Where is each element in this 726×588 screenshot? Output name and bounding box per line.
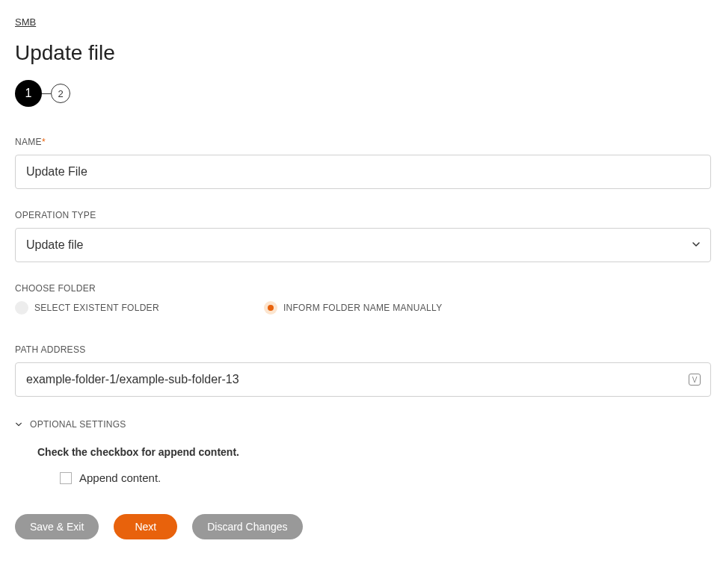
radio-dot	[268, 305, 274, 311]
operation-type-group: OPERATION TYPE Update file	[15, 210, 711, 262]
choose-folder-label: CHOOSE FOLDER	[15, 283, 711, 294]
radio-circle-selected	[264, 301, 277, 315]
append-checkbox-row: Append content.	[37, 471, 711, 484]
name-label-text: NAME	[15, 137, 42, 147]
stepper: 1 2	[15, 80, 711, 107]
step-1[interactable]: 1	[15, 80, 42, 107]
radio-inform-manually[interactable]: INFORM FOLDER NAME MANUALLY	[264, 301, 443, 315]
choose-folder-group: CHOOSE FOLDER SELECT EXISTENT FOLDER INF…	[15, 283, 711, 315]
breadcrumb-link[interactable]: SMB	[15, 16, 36, 28]
choose-folder-radio-group: SELECT EXISTENT FOLDER INFORM FOLDER NAM…	[15, 301, 711, 315]
chevron-down-icon	[15, 418, 22, 431]
operation-type-select[interactable]: Update file	[15, 228, 711, 262]
optional-content: Check the checkbox for append content. A…	[15, 446, 711, 484]
step-connector	[42, 93, 51, 94]
optional-settings-section: OPTIONAL SETTINGS Check the checkbox for…	[15, 418, 711, 484]
operation-type-label: OPERATION TYPE	[15, 210, 711, 220]
append-checkbox[interactable]	[60, 472, 72, 484]
page-title: Update file	[15, 41, 711, 65]
path-address-group: PATH ADDRESS V	[15, 344, 711, 397]
step-2[interactable]: 2	[51, 84, 70, 103]
optional-settings-toggle[interactable]: OPTIONAL SETTINGS	[15, 418, 711, 431]
path-input-wrapper: V	[15, 362, 711, 397]
path-address-input[interactable]	[15, 362, 711, 397]
next-button[interactable]: Next	[114, 514, 177, 539]
required-star: *	[42, 137, 46, 147]
optional-settings-label: OPTIONAL SETTINGS	[30, 419, 126, 430]
radio-select-existent-label: SELECT EXISTENT FOLDER	[34, 303, 159, 313]
save-exit-button[interactable]: Save & Exit	[15, 514, 99, 539]
radio-inform-manually-label: INFORM FOLDER NAME MANUALLY	[283, 303, 443, 313]
radio-circle-unselected	[15, 301, 28, 315]
path-address-label: PATH ADDRESS	[15, 344, 711, 355]
discard-changes-button[interactable]: Discard Changes	[192, 514, 302, 539]
button-row: Save & Exit Next Discard Changes	[15, 514, 711, 539]
name-input[interactable]	[15, 155, 711, 189]
name-field-group: NAME*	[15, 137, 711, 189]
append-checkbox-label: Append content.	[79, 471, 161, 484]
operation-type-select-wrapper: Update file	[15, 228, 711, 262]
name-label: NAME*	[15, 137, 711, 147]
radio-select-existent[interactable]: SELECT EXISTENT FOLDER	[15, 301, 159, 315]
optional-hint: Check the checkbox for append content.	[37, 446, 711, 458]
